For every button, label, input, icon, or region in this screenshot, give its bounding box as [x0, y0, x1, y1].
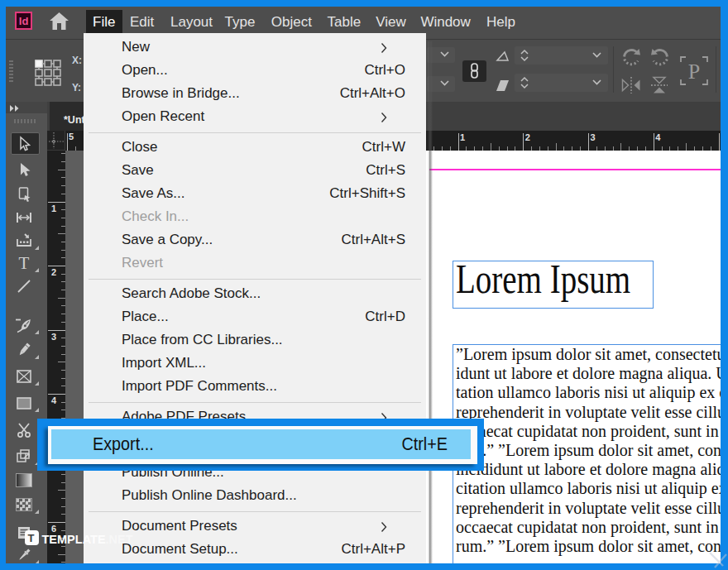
svg-text:P: P — [688, 60, 700, 84]
svg-text:T: T — [19, 255, 30, 271]
